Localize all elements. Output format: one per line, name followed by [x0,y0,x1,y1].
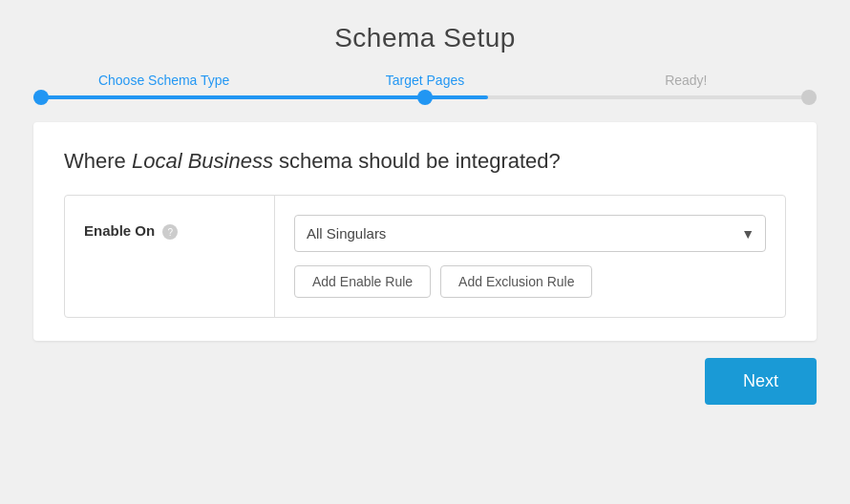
help-icon[interactable]: ? [162,224,178,240]
add-enable-rule-button[interactable]: Add Enable Rule [294,265,431,298]
add-exclusion-rule-button[interactable]: Add Exclusion Rule [440,265,592,298]
stepper-label-step1: Choose Schema Type [33,73,294,88]
stepper-dot-2 [417,90,433,105]
stepper-label-step2: Target Pages [294,73,555,88]
heading-prefix: Where [64,149,132,173]
rule-buttons: Add Enable Rule Add Exclusion Rule [294,265,766,298]
footer: Next [33,358,817,405]
dropdown-wrapper: All Singulars All Pages Homepage Posts P… [294,215,766,252]
stepper: Choose Schema Type Target Pages Ready! [33,73,817,99]
content-card: Where Local Business schema should be in… [33,122,817,341]
stepper-labels: Choose Schema Type Target Pages Ready! [33,73,817,88]
enable-on-label: Enable On [84,222,155,239]
all-singulars-dropdown[interactable]: All Singulars All Pages Homepage Posts P… [294,215,766,252]
stepper-dots [33,90,817,105]
stepper-label-step3: Ready! [556,73,817,88]
stepper-dot-3 [801,90,817,105]
settings-label-cell: Enable On ? [65,196,275,317]
page-wrapper: Schema Setup Choose Schema Type Target P… [0,0,850,504]
card-heading: Where Local Business schema should be in… [64,149,786,174]
settings-table: Enable On ? All Singulars All Pages Home… [64,195,786,318]
next-button[interactable]: Next [705,358,817,405]
stepper-dot-1 [33,90,49,105]
settings-control-cell: All Singulars All Pages Homepage Posts P… [275,196,785,317]
stepper-track [33,95,817,99]
heading-suffix: schema should be integrated? [273,149,561,173]
heading-italic: Local Business [132,149,273,173]
page-title: Schema Setup [334,23,516,53]
settings-row: Enable On ? All Singulars All Pages Home… [65,196,785,317]
